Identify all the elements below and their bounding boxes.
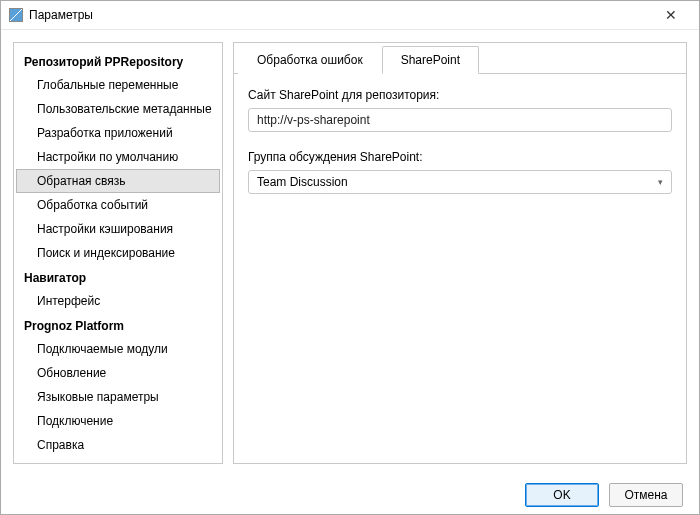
tab-content-sharepoint: Сайт SharePoint для репозитория: Группа … [234,74,686,463]
sidebar-item-caching[interactable]: Настройки кэширования [16,217,220,241]
dialog-window: Параметры ✕ Репозиторий PPRepository Гло… [0,0,700,515]
sidebar-item-app-dev[interactable]: Разработка приложений [16,121,220,145]
sidebar-item-interface[interactable]: Интерфейс [16,289,220,313]
cancel-button[interactable]: Отмена [609,483,683,507]
input-sharepoint-site[interactable] [248,108,672,132]
sidebar-item-event-handling[interactable]: Обработка событий [16,193,220,217]
sidebar-item-connection[interactable]: Подключение [16,409,220,433]
sidebar-item-defaults[interactable]: Настройки по умолчанию [16,145,220,169]
sidebar-item-search-index[interactable]: Поиск и индексирование [16,241,220,265]
sidebar-section-repository: Репозиторий PPRepository [14,49,222,73]
combo-discussion-group-value: Team Discussion [257,175,348,189]
sidebar-section-navigator: Навигатор [14,265,222,289]
close-icon[interactable]: ✕ [651,1,691,29]
sidebar-section-prognoz: Prognoz Platform [14,313,222,337]
sidebar: Репозиторий PPRepository Глобальные пере… [13,42,223,464]
sidebar-item-help[interactable]: Справка [16,433,220,457]
label-discussion-group: Группа обсуждения SharePoint: [248,150,672,164]
label-sharepoint-site: Сайт SharePoint для репозитория: [248,88,672,102]
ok-button[interactable]: OK [525,483,599,507]
sidebar-item-plugins[interactable]: Подключаемые модули [16,337,220,361]
app-icon [9,8,23,22]
chevron-down-icon: ▾ [658,177,663,187]
tabstrip: Обработка ошибок SharePoint [234,43,686,74]
window-title: Параметры [29,8,93,22]
sidebar-item-lang[interactable]: Языковые параметры [16,385,220,409]
titlebar: Параметры ✕ [1,1,699,30]
sidebar-item-update[interactable]: Обновление [16,361,220,385]
sidebar-item-feedback[interactable]: Обратная связь [16,169,220,193]
combo-discussion-group[interactable]: Team Discussion ▾ [248,170,672,194]
sidebar-item-user-metadata[interactable]: Пользовательские метаданные [16,97,220,121]
tab-sharepoint[interactable]: SharePoint [382,46,479,74]
dialog-body: Репозиторий PPRepository Глобальные пере… [1,30,699,476]
sidebar-item-global-vars[interactable]: Глобальные переменные [16,73,220,97]
tab-error-handling[interactable]: Обработка ошибок [238,46,382,74]
dialog-footer: OK Отмена [1,476,699,514]
main-panel: Обработка ошибок SharePoint Сайт SharePo… [233,42,687,464]
